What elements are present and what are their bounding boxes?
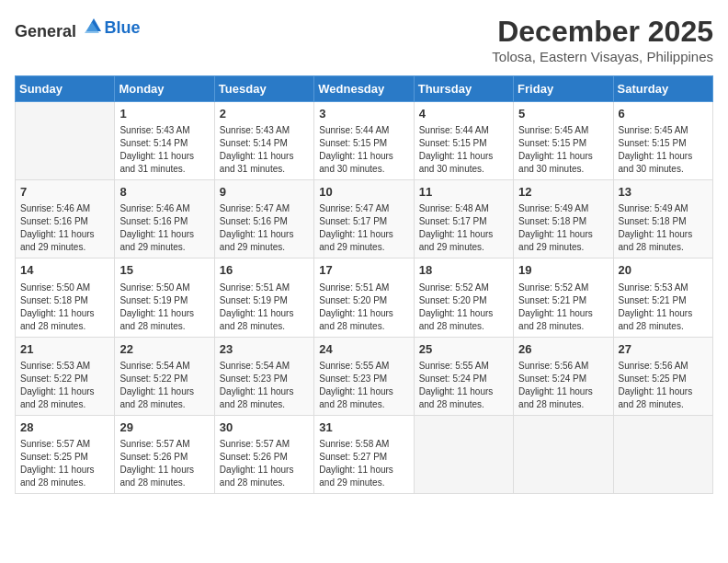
calendar-cell: 31Sunrise: 5:58 AM Sunset: 5:27 PM Dayli… bbox=[314, 415, 414, 493]
day-number: 18 bbox=[419, 262, 508, 279]
calendar-cell: 1Sunrise: 5:43 AM Sunset: 5:14 PM Daylig… bbox=[115, 102, 214, 180]
cell-daylight-info: Sunrise: 5:56 AM Sunset: 5:25 PM Dayligh… bbox=[619, 360, 708, 411]
calendar-cell: 6Sunrise: 5:45 AM Sunset: 5:15 PM Daylig… bbox=[613, 102, 712, 180]
cell-daylight-info: Sunrise: 5:43 AM Sunset: 5:14 PM Dayligh… bbox=[220, 124, 309, 176]
day-number: 25 bbox=[419, 341, 508, 358]
calendar-cell: 5Sunrise: 5:45 AM Sunset: 5:15 PM Daylig… bbox=[514, 102, 613, 180]
title-block: December 2025 Tolosa, Eastern Visayas, P… bbox=[492, 15, 713, 64]
day-number: 6 bbox=[619, 106, 708, 122]
calendar-cell: 27Sunrise: 5:56 AM Sunset: 5:25 PM Dayli… bbox=[613, 337, 712, 415]
cell-daylight-info: Sunrise: 5:55 AM Sunset: 5:24 PM Dayligh… bbox=[419, 360, 508, 411]
day-number: 26 bbox=[518, 341, 608, 358]
day-number: 19 bbox=[518, 262, 608, 279]
week-row-3: 14Sunrise: 5:50 AM Sunset: 5:18 PM Dayli… bbox=[16, 259, 713, 337]
calendar-cell: 3Sunrise: 5:44 AM Sunset: 5:15 PM Daylig… bbox=[314, 102, 414, 180]
calendar-cell: 11Sunrise: 5:48 AM Sunset: 5:17 PM Dayli… bbox=[414, 180, 513, 259]
cell-daylight-info: Sunrise: 5:46 AM Sunset: 5:16 PM Dayligh… bbox=[20, 202, 109, 254]
cell-daylight-info: Sunrise: 5:44 AM Sunset: 5:15 PM Dayligh… bbox=[419, 124, 508, 176]
calendar-cell: 24Sunrise: 5:55 AM Sunset: 5:23 PM Dayli… bbox=[314, 337, 414, 415]
calendar-cell: 12Sunrise: 5:49 AM Sunset: 5:18 PM Dayli… bbox=[514, 180, 613, 259]
calendar-table: SundayMondayTuesdayWednesdayThursdayFrid… bbox=[15, 75, 713, 494]
day-number: 4 bbox=[419, 106, 508, 122]
weekday-header-wednesday: Wednesday bbox=[314, 76, 414, 102]
day-number: 15 bbox=[119, 262, 209, 279]
cell-daylight-info: Sunrise: 5:46 AM Sunset: 5:16 PM Dayligh… bbox=[119, 202, 209, 254]
day-number: 13 bbox=[619, 184, 708, 201]
calendar-cell bbox=[16, 102, 115, 180]
cell-daylight-info: Sunrise: 5:54 AM Sunset: 5:22 PM Dayligh… bbox=[119, 360, 209, 411]
weekday-header-tuesday: Tuesday bbox=[214, 76, 313, 102]
day-number: 22 bbox=[119, 341, 209, 358]
calendar-cell: 2Sunrise: 5:43 AM Sunset: 5:14 PM Daylig… bbox=[214, 102, 313, 180]
cell-daylight-info: Sunrise: 5:47 AM Sunset: 5:17 PM Dayligh… bbox=[319, 202, 408, 254]
week-row-4: 21Sunrise: 5:53 AM Sunset: 5:22 PM Dayli… bbox=[16, 337, 713, 415]
cell-daylight-info: Sunrise: 5:56 AM Sunset: 5:24 PM Dayligh… bbox=[518, 360, 608, 411]
weekday-header-sunday: Sunday bbox=[16, 76, 115, 102]
week-row-2: 7Sunrise: 5:46 AM Sunset: 5:16 PM Daylig… bbox=[16, 180, 713, 259]
day-number: 20 bbox=[619, 262, 708, 279]
weekday-header-friday: Friday bbox=[514, 76, 613, 102]
calendar-cell: 4Sunrise: 5:44 AM Sunset: 5:15 PM Daylig… bbox=[414, 102, 513, 180]
calendar-cell: 21Sunrise: 5:53 AM Sunset: 5:22 PM Dayli… bbox=[16, 337, 115, 415]
cell-daylight-info: Sunrise: 5:58 AM Sunset: 5:27 PM Dayligh… bbox=[319, 438, 408, 489]
week-row-1: 1Sunrise: 5:43 AM Sunset: 5:14 PM Daylig… bbox=[16, 102, 713, 180]
calendar-cell: 7Sunrise: 5:46 AM Sunset: 5:16 PM Daylig… bbox=[16, 180, 115, 259]
day-number: 9 bbox=[220, 184, 309, 201]
day-number: 24 bbox=[319, 341, 408, 358]
cell-daylight-info: Sunrise: 5:52 AM Sunset: 5:21 PM Dayligh… bbox=[518, 282, 608, 333]
cell-daylight-info: Sunrise: 5:47 AM Sunset: 5:16 PM Dayligh… bbox=[220, 202, 309, 254]
cell-daylight-info: Sunrise: 5:53 AM Sunset: 5:21 PM Dayligh… bbox=[619, 282, 708, 333]
calendar-cell: 16Sunrise: 5:51 AM Sunset: 5:19 PM Dayli… bbox=[214, 259, 313, 337]
weekday-header-saturday: Saturday bbox=[613, 76, 712, 102]
day-number: 16 bbox=[220, 262, 309, 279]
day-number: 17 bbox=[319, 262, 408, 279]
day-number: 10 bbox=[319, 184, 408, 201]
calendar-cell: 19Sunrise: 5:52 AM Sunset: 5:21 PM Dayli… bbox=[514, 259, 613, 337]
cell-daylight-info: Sunrise: 5:43 AM Sunset: 5:14 PM Dayligh… bbox=[119, 124, 209, 176]
week-row-5: 28Sunrise: 5:57 AM Sunset: 5:25 PM Dayli… bbox=[16, 415, 713, 493]
day-number: 23 bbox=[220, 341, 309, 358]
month-title: December 2025 bbox=[492, 15, 713, 49]
calendar-cell: 9Sunrise: 5:47 AM Sunset: 5:16 PM Daylig… bbox=[214, 180, 313, 259]
cell-daylight-info: Sunrise: 5:50 AM Sunset: 5:19 PM Dayligh… bbox=[119, 282, 209, 333]
cell-daylight-info: Sunrise: 5:51 AM Sunset: 5:20 PM Dayligh… bbox=[319, 282, 408, 333]
cell-daylight-info: Sunrise: 5:48 AM Sunset: 5:17 PM Dayligh… bbox=[419, 202, 508, 254]
logo-blue: Blue bbox=[105, 18, 141, 37]
day-number: 28 bbox=[20, 419, 109, 436]
weekday-header-monday: Monday bbox=[115, 76, 214, 102]
calendar-cell: 22Sunrise: 5:54 AM Sunset: 5:22 PM Dayli… bbox=[115, 337, 214, 415]
calendar-cell bbox=[514, 415, 613, 493]
calendar-cell: 23Sunrise: 5:54 AM Sunset: 5:23 PM Dayli… bbox=[214, 337, 313, 415]
day-number: 14 bbox=[20, 262, 109, 279]
logo-icon bbox=[83, 15, 105, 37]
cell-daylight-info: Sunrise: 5:50 AM Sunset: 5:18 PM Dayligh… bbox=[20, 282, 109, 333]
day-number: 21 bbox=[20, 341, 109, 358]
day-number: 1 bbox=[119, 106, 209, 122]
cell-daylight-info: Sunrise: 5:49 AM Sunset: 5:18 PM Dayligh… bbox=[518, 202, 608, 254]
cell-daylight-info: Sunrise: 5:53 AM Sunset: 5:22 PM Dayligh… bbox=[20, 360, 109, 411]
calendar-cell: 10Sunrise: 5:47 AM Sunset: 5:17 PM Dayli… bbox=[314, 180, 414, 259]
calendar-cell: 29Sunrise: 5:57 AM Sunset: 5:26 PM Dayli… bbox=[115, 415, 214, 493]
calendar-cell: 13Sunrise: 5:49 AM Sunset: 5:18 PM Dayli… bbox=[613, 180, 712, 259]
cell-daylight-info: Sunrise: 5:54 AM Sunset: 5:23 PM Dayligh… bbox=[220, 360, 309, 411]
day-number: 7 bbox=[20, 184, 109, 201]
cell-daylight-info: Sunrise: 5:45 AM Sunset: 5:15 PM Dayligh… bbox=[518, 124, 608, 176]
day-number: 29 bbox=[119, 419, 209, 436]
day-number: 2 bbox=[220, 106, 309, 122]
weekday-header-thursday: Thursday bbox=[414, 76, 513, 102]
cell-daylight-info: Sunrise: 5:57 AM Sunset: 5:25 PM Dayligh… bbox=[20, 438, 109, 489]
cell-daylight-info: Sunrise: 5:52 AM Sunset: 5:20 PM Dayligh… bbox=[419, 282, 508, 333]
day-number: 27 bbox=[619, 341, 708, 358]
cell-daylight-info: Sunrise: 5:55 AM Sunset: 5:23 PM Dayligh… bbox=[319, 360, 408, 411]
calendar-cell: 18Sunrise: 5:52 AM Sunset: 5:20 PM Dayli… bbox=[414, 259, 513, 337]
calendar-cell: 30Sunrise: 5:57 AM Sunset: 5:26 PM Dayli… bbox=[214, 415, 313, 493]
cell-daylight-info: Sunrise: 5:45 AM Sunset: 5:15 PM Dayligh… bbox=[619, 124, 708, 176]
calendar-cell: 26Sunrise: 5:56 AM Sunset: 5:24 PM Dayli… bbox=[514, 337, 613, 415]
cell-daylight-info: Sunrise: 5:44 AM Sunset: 5:15 PM Dayligh… bbox=[319, 124, 408, 176]
day-number: 30 bbox=[220, 419, 309, 436]
page-header: General Blue December 2025 Tolosa, Easte… bbox=[15, 15, 713, 64]
day-number: 8 bbox=[119, 184, 209, 201]
logo: General Blue bbox=[15, 15, 141, 41]
calendar-cell: 15Sunrise: 5:50 AM Sunset: 5:19 PM Dayli… bbox=[115, 259, 214, 337]
calendar-cell: 17Sunrise: 5:51 AM Sunset: 5:20 PM Dayli… bbox=[314, 259, 414, 337]
